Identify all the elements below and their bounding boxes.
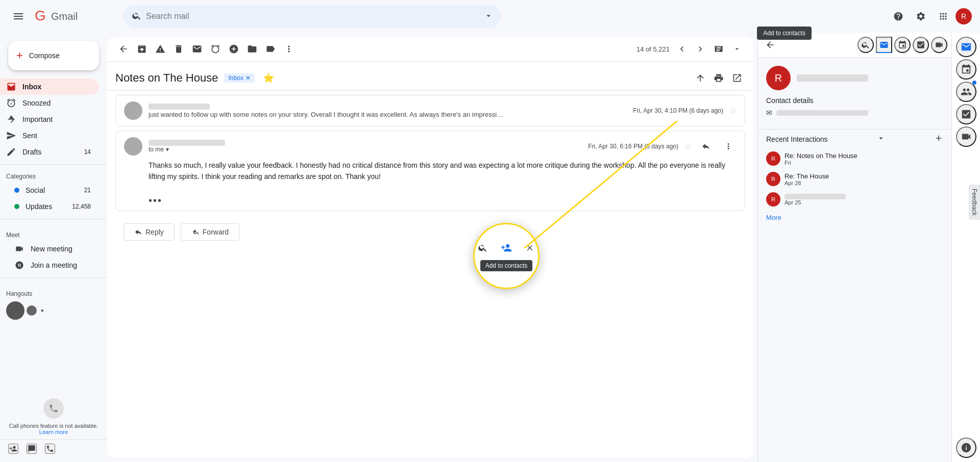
sender-avatar-1 [124,101,142,120]
social-badge: 21 [84,187,91,194]
back-button[interactable] [115,41,132,57]
phone-bottom-button[interactable] [45,444,55,454]
expand-thread-button[interactable] [692,70,708,86]
add-task-button[interactable] [226,41,242,57]
feedback-bottom-button[interactable] [27,444,37,454]
email-card-1-header[interactable]: just wanted to follow up with some notes… [116,95,745,126]
drafts-label: Drafts [22,148,41,156]
inbox-tag-remove[interactable]: ✕ [246,74,251,82]
view-toggle-button[interactable] [710,41,727,57]
sidebar-item-snoozed[interactable]: Snoozed [0,95,99,111]
right-search-button[interactable] [857,37,874,53]
apps-button[interactable] [933,6,953,27]
sidebar-item-updates[interactable]: Updates 12,458 [0,198,99,215]
right-tab-tasks[interactable] [913,37,929,53]
contact-name-area [797,74,943,82]
star-icon-title[interactable]: ⭐ [263,72,274,84]
join-meeting-label: Join a meeting [31,261,77,269]
recent-interactions-expand[interactable] [876,134,886,144]
sidebar-tasks-icon[interactable] [956,104,976,124]
tooltip-close-button[interactable] [523,241,537,255]
social-label: Social [26,186,45,194]
move-to-button[interactable] [244,41,260,57]
sidebar-calendar-icon[interactable] [956,59,976,80]
bottom-bar [0,439,107,458]
hamburger-menu[interactable] [8,6,29,27]
hangouts-chevron: ▾ [41,307,44,314]
print-button[interactable] [710,70,727,86]
help-button[interactable] [888,6,909,27]
star-button-1[interactable]: ☆ [729,106,737,116]
sidebar-item-new-meeting[interactable]: New meeting [0,241,99,257]
more-interactions-link[interactable]: More [766,210,781,225]
open-new-window-button[interactable] [729,70,745,86]
search-dropdown-button[interactable] [484,11,493,22]
recent-interactions-title: Recent Interactions [766,135,828,143]
sent-label: Sent [22,132,37,140]
settings-button[interactable] [911,6,931,27]
sidebar-people-icon[interactable] [956,82,976,102]
sidebar-item-important[interactable]: Important [0,111,99,127]
hangouts-contact[interactable]: ▾ [0,299,107,322]
forward-button[interactable]: Forward [181,223,239,241]
sidebar-divider-1 [0,164,107,165]
email-title-area: Notes on The House Inbox ✕ ⭐ [115,71,686,85]
right-tab-calendar[interactable] [894,37,911,53]
archive-button[interactable] [134,41,150,57]
search-button[interactable] [132,11,142,22]
inbox-tag: Inbox ✕ [224,73,254,83]
inbox-tag-label: Inbox [228,74,243,82]
sidebar-item-inbox[interactable]: Inbox [0,79,99,95]
email-card-1: just wanted to follow up with some notes… [115,95,745,126]
star-button-2[interactable]: ☆ [684,142,692,151]
to-me[interactable]: to me ▾ [149,146,582,153]
tooltip-search-button[interactable] [476,241,490,255]
contact-avatar: R [766,66,791,90]
more-email-button[interactable] [720,138,737,155]
contact-email-blurred [776,110,868,116]
sidebar-info-icon[interactable] [956,438,976,458]
feedback-tab[interactable]: Feedback [969,185,980,220]
prev-email-button[interactable] [674,41,690,57]
snooze-button[interactable] [207,41,224,57]
right-top-tabs [857,37,947,53]
contact-name-blurred [797,74,868,82]
sidebar-item-social[interactable]: Social 21 [0,182,99,198]
sidebar-item-sent[interactable]: Sent [0,127,99,144]
recent-interactions-add[interactable] [934,134,943,144]
ri-item-3[interactable]: R Apr 25 [766,189,943,210]
delete-button[interactable] [170,41,187,57]
ri-content-3: Apr 25 [785,194,943,206]
mark-button[interactable] [189,41,205,57]
right-tab-mail[interactable] [876,37,892,53]
labels-button[interactable] [262,41,279,57]
ri-item-1[interactable]: R Re: Notes on The House Fri [766,148,943,169]
learn-more-link[interactable]: Learn more [39,429,68,435]
email-card-2-header: to me ▾ Fri, Apr 30, 6:16 PM (6 days ago… [116,131,745,160]
contact-section: R Contact details ✉ [758,58,951,125]
right-tab-meet[interactable] [931,37,947,53]
reply-inline-button[interactable] [698,138,714,155]
sidebar-mail-icon[interactable] [956,37,976,57]
report-button[interactable] [152,41,168,57]
add-to-contacts-button[interactable] [499,241,513,255]
app-body: + Compose Inbox Snoozed Importa [0,33,980,462]
add-contact-bottom-button[interactable] [8,444,18,454]
compose-button[interactable]: + Compose [8,41,99,70]
search-input[interactable] [146,12,480,21]
user-avatar[interactable]: R [955,8,972,24]
more-toolbar-button[interactable] [281,41,297,57]
tooltip-circle: Add to contacts [473,223,540,289]
sidebar-item-join-meeting[interactable]: Join a meeting [0,257,99,273]
next-email-button[interactable] [692,41,708,57]
svg-rect-1 [14,16,23,17]
more-dots-icon: ••• [149,195,162,207]
reply-button[interactable]: Reply [124,223,175,241]
ri-item-2[interactable]: R Re: The House Apr 28 [766,169,943,189]
sidebar-item-drafts[interactable]: Drafts 14 [0,144,99,160]
gmail-text: Gmail [51,11,78,22]
sidebar-meet-icon[interactable] [956,126,976,147]
view-dropdown-button[interactable] [729,41,745,57]
email-more-button[interactable]: ••• [116,191,745,211]
contact-avatar-row: R [766,66,943,90]
